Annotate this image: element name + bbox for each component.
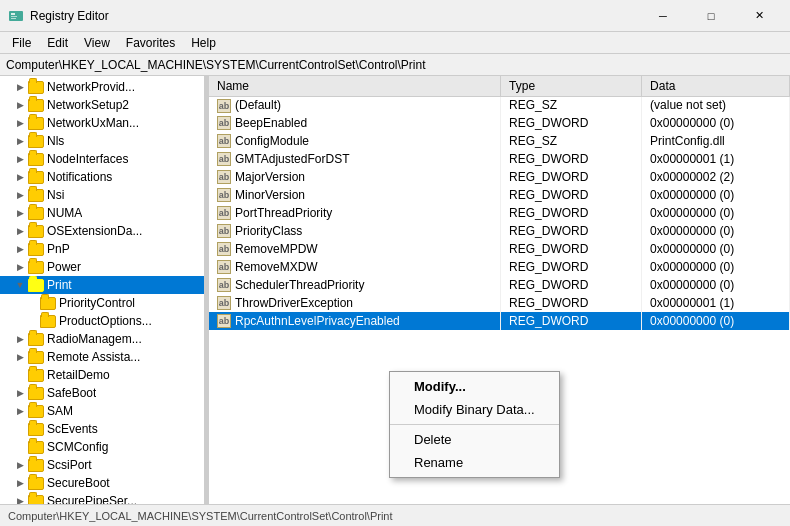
cell-data: 0x00000000 (0) <box>642 240 790 258</box>
folder-icon <box>28 243 44 256</box>
tree-arrow <box>12 352 28 362</box>
sidebar-item-0[interactable]: NetworkProvid... <box>0 78 204 96</box>
table-row[interactable]: abRpcAuthnLevelPrivacyEnabledREG_DWORD0x… <box>209 312 790 330</box>
tree-label: OSExtensionDa... <box>47 224 142 238</box>
menu-item-help[interactable]: Help <box>183 34 224 52</box>
address-bar: Computer\HKEY_LOCAL_MACHINE\SYSTEM\Curre… <box>0 54 790 76</box>
sidebar-item-22[interactable]: SecureBoot <box>0 474 204 492</box>
minimize-button[interactable]: ─ <box>640 6 686 26</box>
ctx-item-0[interactable]: Modify... <box>390 375 559 398</box>
sidebar-item-3[interactable]: Nls <box>0 132 204 150</box>
sidebar-tree[interactable]: NetworkProvid...NetworkSetup2NetworkUxMa… <box>0 76 205 504</box>
ctx-item-3[interactable]: Rename <box>390 451 559 474</box>
tree-arrow <box>12 136 28 146</box>
folder-icon <box>28 405 44 418</box>
menu-item-view[interactable]: View <box>76 34 118 52</box>
menu-item-favorites[interactable]: Favorites <box>118 34 183 52</box>
sidebar-item-19[interactable]: ScEvents <box>0 420 204 438</box>
folder-icon <box>28 369 44 382</box>
table-row[interactable]: abThrowDriverExceptionREG_DWORD0x0000000… <box>209 294 790 312</box>
table-row[interactable]: abSchedulerThreadPriorityREG_DWORD0x0000… <box>209 276 790 294</box>
tree-label: Remote Assista... <box>47 350 140 364</box>
sidebar-item-5[interactable]: Notifications <box>0 168 204 186</box>
menu-bar: FileEditViewFavoritesHelp <box>0 32 790 54</box>
sidebar-item-9[interactable]: PnP <box>0 240 204 258</box>
folder-icon <box>28 153 44 166</box>
cell-name: ab(Default) <box>209 96 501 114</box>
tree-arrow <box>12 190 28 200</box>
sidebar-item-23[interactable]: SecurePipeSer... <box>0 492 204 504</box>
table-row[interactable]: abMajorVersionREG_DWORD0x00000002 (2) <box>209 168 790 186</box>
table-row[interactable]: abConfigModuleREG_SZPrintConfig.dll <box>209 132 790 150</box>
table-row[interactable]: abGMTAdjustedForDSTREG_DWORD0x00000001 (… <box>209 150 790 168</box>
folder-icon <box>28 495 44 505</box>
tree-label: Power <box>47 260 81 274</box>
col-name[interactable]: Name <box>209 76 501 96</box>
cell-name: abRemoveMPDW <box>209 240 501 258</box>
sidebar-item-10[interactable]: Power <box>0 258 204 276</box>
sidebar-item-17[interactable]: SafeBoot <box>0 384 204 402</box>
maximize-button[interactable]: □ <box>688 6 734 26</box>
cell-data: 0x00000001 (1) <box>642 294 790 312</box>
table-row[interactable]: abPortThreadPriorityREG_DWORD0x00000000 … <box>209 204 790 222</box>
sidebar-item-8[interactable]: OSExtensionDa... <box>0 222 204 240</box>
tree-arrow <box>12 244 28 254</box>
sidebar-item-4[interactable]: NodeInterfaces <box>0 150 204 168</box>
cell-data: 0x00000000 (0) <box>642 186 790 204</box>
tree-arrow <box>12 100 28 110</box>
sidebar-item-13[interactable]: ProductOptions... <box>0 312 204 330</box>
sidebar-item-16[interactable]: RetailDemo <box>0 366 204 384</box>
sidebar-item-2[interactable]: NetworkUxMan... <box>0 114 204 132</box>
folder-icon <box>28 351 44 364</box>
sidebar-item-12[interactable]: PriorityControl <box>0 294 204 312</box>
folder-icon <box>28 189 44 202</box>
folder-icon <box>40 297 56 310</box>
context-menu: Modify...Modify Binary Data...DeleteRena… <box>389 371 560 478</box>
status-bar: Computer\HKEY_LOCAL_MACHINE\SYSTEM\Curre… <box>0 504 790 526</box>
sidebar-item-20[interactable]: SCMConfig <box>0 438 204 456</box>
sidebar-item-18[interactable]: SAM <box>0 402 204 420</box>
ctx-item-1[interactable]: Modify Binary Data... <box>390 398 559 421</box>
cell-name: abGMTAdjustedForDST <box>209 150 501 168</box>
menu-item-edit[interactable]: Edit <box>39 34 76 52</box>
table-row[interactable]: abRemoveMXDWREG_DWORD0x00000000 (0) <box>209 258 790 276</box>
value-icon: ab <box>217 314 231 328</box>
svg-rect-2 <box>11 16 17 17</box>
cell-name: abRpcAuthnLevelPrivacyEnabled <box>209 312 501 330</box>
cell-data: 0x00000000 (0) <box>642 312 790 330</box>
tree-label: Nls <box>47 134 64 148</box>
sidebar-item-6[interactable]: Nsi <box>0 186 204 204</box>
sidebar-item-14[interactable]: RadioManagem... <box>0 330 204 348</box>
col-data[interactable]: Data <box>642 76 790 96</box>
table-row[interactable]: abBeepEnabledREG_DWORD0x00000000 (0) <box>209 114 790 132</box>
tree-arrow <box>12 406 28 416</box>
col-type[interactable]: Type <box>501 76 642 96</box>
ctx-item-2[interactable]: Delete <box>390 428 559 451</box>
cell-type: REG_DWORD <box>501 222 642 240</box>
table-row[interactable]: ab(Default)REG_SZ(value not set) <box>209 96 790 114</box>
folder-icon <box>28 99 44 112</box>
sidebar-item-11[interactable]: Print <box>0 276 204 294</box>
folder-icon <box>28 117 44 130</box>
sidebar-item-1[interactable]: NetworkSetup2 <box>0 96 204 114</box>
tree-label: SCMConfig <box>47 440 108 454</box>
registry-table: Name Type Data ab(Default)REG_SZ(value n… <box>209 76 790 330</box>
value-icon: ab <box>217 296 231 310</box>
tree-label: NUMA <box>47 206 82 220</box>
folder-icon <box>28 459 44 472</box>
close-button[interactable]: ✕ <box>736 6 782 26</box>
tree-label: ProductOptions... <box>59 314 152 328</box>
sidebar-item-21[interactable]: ScsiPort <box>0 456 204 474</box>
table-row[interactable]: abPriorityClassREG_DWORD0x00000000 (0) <box>209 222 790 240</box>
sidebar-item-15[interactable]: Remote Assista... <box>0 348 204 366</box>
folder-icon <box>28 279 44 292</box>
table-row[interactable]: abMinorVersionREG_DWORD0x00000000 (0) <box>209 186 790 204</box>
menu-item-file[interactable]: File <box>4 34 39 52</box>
value-icon: ab <box>217 224 231 238</box>
folder-icon <box>28 333 44 346</box>
table-row[interactable]: abRemoveMPDWREG_DWORD0x00000000 (0) <box>209 240 790 258</box>
status-text: Computer\HKEY_LOCAL_MACHINE\SYSTEM\Curre… <box>8 510 393 522</box>
sidebar-item-7[interactable]: NUMA <box>0 204 204 222</box>
cell-type: REG_DWORD <box>501 312 642 330</box>
cell-data: 0x00000000 (0) <box>642 276 790 294</box>
